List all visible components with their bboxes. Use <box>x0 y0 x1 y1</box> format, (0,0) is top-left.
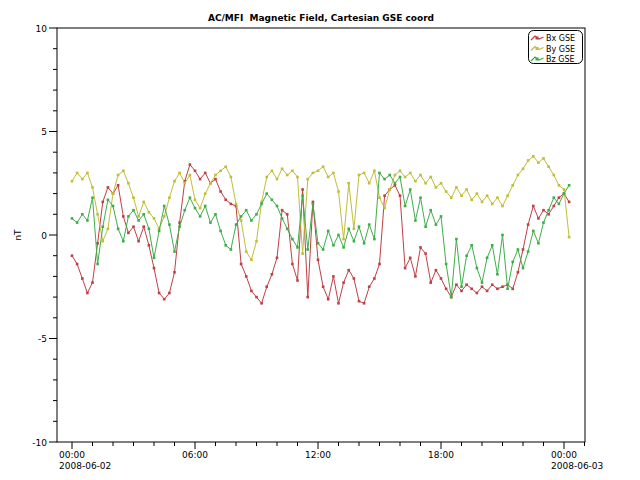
data-point <box>102 240 105 243</box>
data-point <box>230 176 233 179</box>
data-point <box>388 188 391 191</box>
data-point <box>470 199 473 202</box>
data-point <box>245 209 248 212</box>
data-point <box>537 161 540 164</box>
data-point <box>486 257 489 260</box>
data-point <box>199 215 202 218</box>
legend: Bx GSEBy GSEBz GSE <box>529 31 583 65</box>
data-point <box>158 292 161 295</box>
data-point <box>168 196 171 199</box>
data-point <box>537 242 540 245</box>
data-point <box>527 159 530 162</box>
data-point <box>481 281 484 284</box>
data-point <box>414 219 417 222</box>
data-point <box>173 271 176 274</box>
data-point <box>553 196 556 199</box>
data-point <box>250 259 253 262</box>
data-point <box>291 170 294 173</box>
data-point <box>265 176 268 179</box>
data-point <box>317 259 320 262</box>
data-point <box>429 176 432 179</box>
data-point <box>194 170 197 173</box>
data-point <box>486 194 489 197</box>
data-point <box>440 277 443 280</box>
data-point <box>424 252 427 255</box>
axes: 1050-5-1000:0006:0012:0018:0000:002008-0… <box>32 24 603 472</box>
data-point <box>358 225 361 228</box>
data-point <box>342 281 345 284</box>
data-point <box>435 269 438 272</box>
data-point <box>450 196 453 199</box>
data-point <box>240 219 243 222</box>
data-point <box>440 215 443 218</box>
data-point <box>245 250 248 253</box>
data-point <box>76 263 79 266</box>
data-point <box>373 238 376 241</box>
data-point <box>353 240 356 243</box>
legend-label: By GSE <box>546 45 575 54</box>
data-point <box>91 281 94 284</box>
data-point <box>358 300 361 303</box>
legend-marker-point <box>536 37 539 40</box>
data-point <box>455 186 458 189</box>
data-point <box>81 277 84 280</box>
data-point <box>506 194 509 197</box>
data-point <box>470 244 473 247</box>
series-by-gse <box>71 155 571 261</box>
data-point <box>199 207 202 210</box>
data-point <box>491 244 494 247</box>
data-point <box>517 271 520 274</box>
data-point <box>271 199 274 202</box>
data-point <box>414 275 417 278</box>
y-tick-label: 10 <box>36 24 48 34</box>
data-point <box>286 213 289 216</box>
data-point <box>476 267 479 270</box>
data-point <box>117 228 120 231</box>
data-point <box>96 263 99 266</box>
data-point <box>91 196 94 199</box>
data-point <box>522 248 525 251</box>
x-tick-label: 18:00 <box>428 450 454 460</box>
data-point <box>240 263 243 266</box>
data-point <box>81 178 84 181</box>
data-point <box>522 168 525 171</box>
data-point <box>271 273 274 276</box>
data-point <box>511 288 514 291</box>
data-point <box>429 209 432 212</box>
x-tick-label: 00:00 <box>59 450 85 460</box>
data-point <box>337 302 340 305</box>
data-point <box>435 186 438 189</box>
data-point <box>445 263 448 266</box>
data-point <box>265 192 268 195</box>
data-point <box>153 267 156 270</box>
data-point <box>276 205 279 208</box>
legend-label: Bz GSE <box>546 55 575 64</box>
data-point <box>276 257 279 260</box>
data-point <box>158 230 161 233</box>
data-point <box>445 190 448 193</box>
data-point <box>317 242 320 245</box>
data-point <box>255 240 258 243</box>
data-point <box>394 182 397 185</box>
legend-marker-point <box>536 58 539 61</box>
data-point <box>517 174 520 177</box>
data-point <box>388 174 391 177</box>
data-point <box>296 246 299 249</box>
data-point <box>491 283 494 286</box>
data-point <box>347 182 350 185</box>
data-point <box>563 188 566 191</box>
data-point <box>322 165 325 168</box>
data-point <box>312 172 315 175</box>
data-point <box>358 174 361 177</box>
data-point <box>96 242 99 245</box>
data-point <box>71 254 74 257</box>
data-point <box>112 205 115 208</box>
start-date-label: 2008-06-02 <box>59 461 111 471</box>
data-point <box>71 180 74 183</box>
data-point <box>496 273 499 276</box>
data-point <box>219 230 222 233</box>
data-point <box>373 170 376 173</box>
data-point <box>224 199 227 202</box>
data-point <box>322 285 325 288</box>
data-point <box>342 246 345 249</box>
